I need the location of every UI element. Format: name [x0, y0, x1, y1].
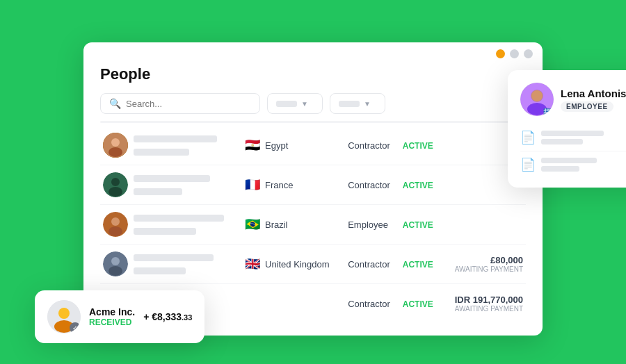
profile-employee-badge: EMPLOYEE [561, 101, 613, 112]
doc-lines-1 [541, 131, 626, 144]
country-cell: 🇧🇷 Brazil [245, 218, 342, 231]
name-lines [134, 174, 239, 197]
titlebar-btn-green[interactable] [524, 49, 533, 58]
amount-cell: £80,000 AWAITING PAYMENT [441, 245, 526, 284]
type-cell: Employee [345, 205, 400, 245]
chevron-down-icon-2: ▼ [364, 100, 371, 108]
search-input[interactable] [126, 99, 251, 109]
profile-card: 🇬🇷 Lena Antonis EMPLOYEE 📄 ✅ 📄 ✅ [508, 70, 626, 188]
bottom-card-info: Acme Inc. RECEIVED [89, 306, 135, 327]
profile-header: 🇬🇷 Lena Antonis EMPLOYEE [520, 83, 626, 116]
name-lines [134, 253, 239, 276]
type-cell: Contractor [345, 245, 400, 284]
svg-point-8 [109, 226, 122, 236]
avatar [103, 212, 128, 237]
country-name: Brazil [265, 220, 288, 230]
avatar-svg [103, 251, 128, 276]
status-badge: ACTIVE [403, 220, 433, 230]
doc-line-4 [541, 166, 579, 172]
profile-doc-2: 📄 ✅ [520, 151, 626, 178]
svg-point-20 [58, 308, 70, 319]
status-badge: ACTIVE [403, 181, 433, 190]
svg-point-7 [111, 217, 120, 226]
type-cell: Contractor [345, 284, 400, 324]
amount-prefix: + € [143, 311, 157, 322]
table-row[interactable]: 🇫🇷 France Contractor ACTIVE [100, 165, 526, 205]
name-line-primary [134, 135, 217, 142]
name-line-primary [134, 215, 224, 222]
amount-sub: AWAITING PAYMENT [444, 305, 523, 313]
profile-flag-icon: 🇬🇷 [543, 108, 554, 116]
bottom-card-status: RECEIVED [89, 317, 135, 327]
amount-decimal: .33 [182, 313, 192, 322]
search-box[interactable]: 🔍 [100, 93, 260, 114]
table-row[interactable]: 🇧🇷 Brazil Employee ACTIVE [100, 205, 526, 245]
svg-point-1 [111, 138, 120, 147]
bottom-card-name: Acme Inc. [89, 306, 135, 317]
name-line-primary [134, 175, 210, 182]
amount-integer: 8,333 [157, 311, 182, 322]
bottom-card-amount: + €8,333.33 [143, 311, 192, 323]
profile-doc-1: 📄 ✅ [520, 124, 626, 151]
amount-value: £80,000 [444, 255, 523, 265]
table-row[interactable]: 🇪🇬 Egypt Contractor ACTIVE [100, 126, 526, 165]
svg-point-17 [531, 90, 543, 101]
bottom-card-avatar: ✓ [47, 300, 81, 333]
avatar [103, 251, 128, 276]
country-cell: 🇬🇧 United Kingdom [245, 258, 342, 270]
filter-dropdown-2[interactable]: ▼ [330, 93, 385, 114]
status-badge: ACTIVE [403, 260, 433, 270]
country-name: Egypt [265, 140, 288, 151]
checkmark-badge: ✓ [70, 322, 81, 333]
country-cell: 🇫🇷 France [245, 179, 342, 191]
doc-lines-2 [541, 158, 626, 172]
doc-line-2 [541, 139, 583, 144]
avatar-svg [103, 212, 128, 237]
document-icon-1: 📄 [520, 130, 536, 145]
status-badge: ACTIVE [403, 141, 433, 151]
avatar-svg [103, 172, 128, 197]
country-name: United Kingdom [265, 259, 330, 270]
titlebar [83, 42, 543, 58]
type-cell: Contractor [345, 126, 400, 165]
profile-info: Lena Antonis EMPLOYEE [561, 88, 626, 112]
page-title: People [100, 65, 526, 83]
amount-value: + €8,333.33 [143, 311, 192, 322]
amount-cell: IDR 191,770,000 AWAITING PAYMENT [441, 284, 526, 324]
filter-dropdown-1[interactable]: ▼ [267, 93, 323, 114]
titlebar-btn-orange[interactable] [496, 49, 505, 58]
name-line-secondary [134, 228, 196, 235]
filter1-label [276, 101, 297, 107]
name-lines [134, 213, 239, 236]
doc-line-3 [541, 158, 597, 163]
filter2-label [339, 101, 360, 107]
flag-icon: 🇪🇬 [245, 139, 260, 151]
titlebar-btn-yellow[interactable] [510, 49, 519, 58]
avatar [103, 172, 128, 197]
name-line-primary [134, 254, 214, 261]
filter-line [100, 121, 526, 123]
svg-point-10 [111, 257, 120, 265]
name-line-secondary [134, 188, 182, 195]
amount-value: IDR 191,770,000 [444, 295, 523, 305]
status-badge: ACTIVE [403, 299, 433, 309]
svg-point-5 [109, 187, 122, 197]
amount-sub: AWAITING PAYMENT [444, 265, 523, 273]
toolbar: 🔍 ▼ ▼ [100, 93, 526, 114]
flag-icon: 🇬🇧 [245, 258, 260, 270]
profile-avatar: 🇬🇷 [520, 83, 554, 116]
chevron-down-icon-1: ▼ [301, 100, 308, 108]
document-icon-2: 📄 [520, 157, 536, 172]
search-icon: 🔍 [109, 98, 121, 109]
svg-point-2 [109, 147, 122, 157]
table-row[interactable]: 🇬🇧 United Kingdom Contractor ACTIVE £80,… [100, 245, 526, 284]
avatar-svg [103, 133, 128, 158]
country-cell: 🇪🇬 Egypt [245, 139, 342, 151]
bottom-card: ✓ Acme Inc. RECEIVED + €8,333.33 [35, 290, 204, 343]
doc-line-1 [541, 131, 604, 136]
avatar [103, 133, 128, 158]
name-line-secondary [134, 267, 186, 274]
profile-name: Lena Antonis [561, 88, 626, 99]
type-cell: Contractor [345, 165, 400, 205]
name-line-secondary [134, 149, 189, 156]
